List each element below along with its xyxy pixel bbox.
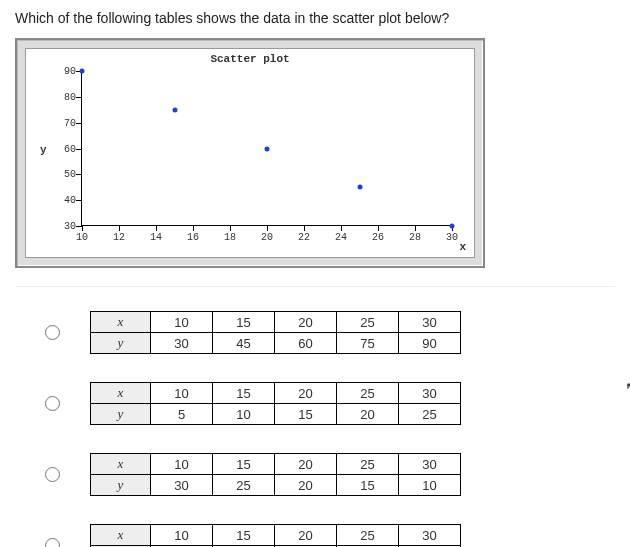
y-tick-label: 90	[54, 66, 76, 77]
cell: 20	[337, 404, 399, 425]
cell: 10	[151, 454, 213, 475]
x-tick-label: 26	[372, 232, 384, 243]
answer-option[interactable]: x1015202530y3045607590	[45, 311, 615, 354]
x-tick	[341, 225, 342, 231]
cell: 90	[399, 333, 461, 354]
data-point	[172, 107, 177, 112]
cell: 30	[151, 333, 213, 354]
row-header: x	[91, 454, 151, 475]
x-tick-label: 14	[150, 232, 162, 243]
radio-button[interactable]	[45, 325, 60, 340]
option-table: x1015202530y3025201510	[90, 453, 461, 496]
x-tick	[82, 225, 83, 231]
option-table: x1015202530y510152025	[90, 382, 461, 425]
divider	[15, 286, 615, 287]
x-tick-label: 24	[335, 232, 347, 243]
x-tick	[267, 225, 268, 231]
cell: 20	[275, 383, 337, 404]
answer-option[interactable]: x1015202530y3025201510	[45, 453, 615, 496]
y-tick-label: 50	[54, 169, 76, 180]
cell: 15	[337, 475, 399, 496]
radio-button[interactable]	[45, 467, 60, 482]
x-tick	[230, 225, 231, 231]
data-point	[357, 185, 362, 190]
cell: 25	[337, 312, 399, 333]
radio-button[interactable]	[45, 396, 60, 411]
cell: 15	[213, 525, 275, 546]
y-axis-label: y	[40, 144, 47, 156]
x-tick	[193, 225, 194, 231]
y-tick	[76, 174, 82, 175]
x-tick-label: 30	[446, 232, 458, 243]
y-tick	[76, 123, 82, 124]
cell: 25	[337, 525, 399, 546]
answer-options: x1015202530y3045607590x1015202530y510152…	[15, 311, 615, 547]
x-tick-label: 22	[298, 232, 310, 243]
cell: 25	[337, 383, 399, 404]
y-tick-label: 80	[54, 91, 76, 102]
question-text: Which of the following tables shows the …	[15, 10, 615, 26]
cell: 60	[275, 333, 337, 354]
row-header: x	[91, 312, 151, 333]
row-header: x	[91, 383, 151, 404]
option-table: x1015202530y9075604530	[90, 524, 461, 547]
cell: 30	[399, 525, 461, 546]
cell: 20	[275, 312, 337, 333]
x-tick	[415, 225, 416, 231]
x-tick-label: 28	[409, 232, 421, 243]
cell: 5	[151, 404, 213, 425]
cell: 45	[213, 333, 275, 354]
cell: 15	[213, 383, 275, 404]
row-header: y	[91, 404, 151, 425]
cell: 20	[275, 475, 337, 496]
cell: 20	[275, 525, 337, 546]
chart-title: Scatter plot	[26, 49, 474, 69]
y-tick-label: 40	[54, 195, 76, 206]
data-point	[80, 69, 85, 74]
cell: 25	[399, 404, 461, 425]
x-tick	[119, 225, 120, 231]
y-tick	[76, 200, 82, 201]
x-tick	[304, 225, 305, 231]
y-tick	[76, 149, 82, 150]
cell: 30	[399, 454, 461, 475]
cell: 15	[213, 312, 275, 333]
cell: 10	[151, 312, 213, 333]
x-tick-label: 20	[261, 232, 273, 243]
cell: 15	[213, 454, 275, 475]
cell: 20	[275, 454, 337, 475]
data-point	[265, 146, 270, 151]
x-tick	[156, 225, 157, 231]
radio-button[interactable]	[45, 538, 60, 547]
data-point	[450, 224, 455, 229]
answer-option[interactable]: x1015202530y9075604530	[45, 524, 615, 547]
x-tick-label: 12	[113, 232, 125, 243]
y-tick-label: 70	[54, 117, 76, 128]
cell: 10	[399, 475, 461, 496]
x-tick-label: 10	[76, 232, 88, 243]
cell: 30	[151, 475, 213, 496]
scatter-plot: Scatter plot y x 30405060708090101214161…	[25, 48, 475, 258]
cell: 10	[151, 383, 213, 404]
cell: 75	[337, 333, 399, 354]
y-tick-label: 60	[54, 143, 76, 154]
plot-area: 304050607080901012141618202224262830	[81, 71, 451, 226]
x-tick-label: 18	[224, 232, 236, 243]
y-tick-label: 30	[54, 221, 76, 232]
cell: 30	[399, 383, 461, 404]
row-header: y	[91, 333, 151, 354]
answer-option[interactable]: x1015202530y510152025	[45, 382, 615, 425]
cursor-icon: ↖	[625, 378, 630, 397]
cell: 25	[213, 475, 275, 496]
y-tick	[76, 97, 82, 98]
cell: 30	[399, 312, 461, 333]
row-header: y	[91, 475, 151, 496]
cell: 10	[213, 404, 275, 425]
x-tick-label: 16	[187, 232, 199, 243]
cell: 15	[275, 404, 337, 425]
cell: 25	[337, 454, 399, 475]
cell: 10	[151, 525, 213, 546]
chart-container: Scatter plot y x 30405060708090101214161…	[15, 38, 485, 268]
x-tick	[378, 225, 379, 231]
x-axis-label: x	[459, 241, 466, 253]
